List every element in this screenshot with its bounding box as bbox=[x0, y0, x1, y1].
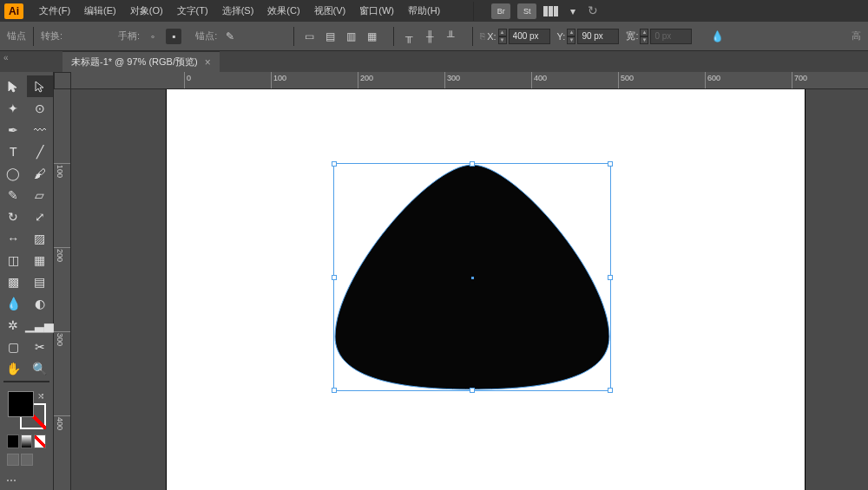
paintbrush-tool[interactable]: 🖌 bbox=[27, 162, 54, 184]
w-spinner[interactable]: ▲▼ bbox=[640, 29, 648, 44]
menu-edit[interactable]: 编辑(E) bbox=[77, 4, 123, 17]
swap-fill-stroke-icon[interactable]: ⤭ bbox=[37, 391, 44, 401]
handle-label: 手柄: bbox=[118, 29, 140, 42]
document-tab[interactable]: 未标题-1* @ 97% (RGB/预览) × bbox=[62, 51, 220, 72]
sync-icon[interactable] bbox=[588, 3, 605, 20]
selection-tool[interactable] bbox=[0, 75, 27, 97]
menu-effect[interactable]: 效果(C) bbox=[260, 4, 306, 17]
screen-mode-full[interactable] bbox=[21, 454, 33, 466]
connect-anchor-icon[interactable] bbox=[243, 29, 259, 44]
bridge-icon[interactable]: Br bbox=[491, 3, 510, 19]
handle-show-icon[interactable]: ◦ bbox=[145, 29, 161, 44]
shape-builder-tool[interactable]: ◫ bbox=[0, 249, 27, 271]
align-top-icon[interactable]: ╥ bbox=[401, 29, 417, 44]
symbol-sprayer-tool[interactable]: ✲ bbox=[0, 314, 26, 336]
column-graph-tool[interactable]: ▁▃▅ bbox=[26, 314, 53, 336]
zoom-tool[interactable]: 🔍 bbox=[27, 357, 54, 379]
gradient-tool[interactable]: ▤ bbox=[27, 271, 54, 292]
type-tool[interactable]: T bbox=[0, 140, 27, 162]
remove-anchor-icon[interactable]: ✎ bbox=[222, 29, 238, 44]
ruler-tick-label: 500 bbox=[621, 74, 634, 82]
panel-collapse-icon[interactable]: « bbox=[3, 53, 9, 62]
menu-file[interactable]: 文件(F) bbox=[32, 4, 77, 17]
align-bottom-icon[interactable]: ╨ bbox=[443, 29, 458, 44]
scale-tool[interactable]: ⤢ bbox=[27, 206, 54, 227]
align-left-icon[interactable]: ▤ bbox=[322, 29, 338, 44]
menu-select[interactable]: 选择(S) bbox=[215, 4, 261, 17]
color-mode-gradient[interactable] bbox=[21, 434, 33, 448]
ruler-horizontal[interactable]: 0100200300400500600700800900 bbox=[71, 72, 868, 89]
screen-mode-normal[interactable] bbox=[7, 454, 19, 466]
mesh-tool[interactable]: ▩ bbox=[0, 271, 27, 292]
selection-bounding-box[interactable] bbox=[333, 163, 611, 391]
convert-smooth-icon[interactable] bbox=[89, 29, 104, 44]
canvas-area[interactable] bbox=[71, 89, 868, 490]
x-input[interactable] bbox=[509, 29, 550, 44]
handle-hide-icon[interactable]: ▪ bbox=[166, 29, 181, 44]
width-tool[interactable]: ↔ bbox=[0, 227, 27, 249]
resize-handle-tr[interactable] bbox=[608, 161, 613, 167]
fill-swatch[interactable] bbox=[8, 391, 34, 417]
blend-tool[interactable]: ◐ bbox=[27, 292, 54, 314]
perspective-tool[interactable]: ▦ bbox=[27, 249, 54, 271]
workspace-dropdown-icon[interactable]: ▾ bbox=[565, 3, 581, 19]
document-title: 未标题-1* @ 97% (RGB/预览) bbox=[71, 56, 198, 69]
ruler-tick-label: 0 bbox=[187, 74, 191, 82]
menu-object[interactable]: 对象(O) bbox=[123, 4, 170, 17]
menu-view[interactable]: 视图(V) bbox=[307, 4, 353, 17]
edit-toolbar-icon[interactable]: ⋯ bbox=[3, 473, 19, 488]
align-middle-icon[interactable]: ╫ bbox=[422, 29, 437, 44]
link-xy-icon[interactable]: ⎘ bbox=[480, 31, 485, 41]
menubar: Ai 文件(F) 编辑(E) 对象(O) 文字(T) 选择(S) 效果(C) 视… bbox=[0, 0, 868, 22]
menu-help[interactable]: 帮助(H) bbox=[401, 4, 447, 17]
resize-handle-bm[interactable] bbox=[470, 388, 475, 393]
resize-handle-mr[interactable] bbox=[608, 275, 613, 280]
color-mode-none[interactable] bbox=[34, 434, 46, 448]
resize-handle-tm[interactable] bbox=[470, 161, 475, 167]
stock-icon[interactable]: St bbox=[517, 3, 536, 19]
artboard-tool[interactable]: ▢ bbox=[0, 336, 27, 357]
line-tool[interactable]: ╱ bbox=[27, 140, 54, 162]
divider bbox=[472, 27, 473, 46]
menu-window[interactable]: 窗口(W) bbox=[352, 4, 401, 17]
rotate-tool[interactable]: ↻ bbox=[0, 206, 27, 227]
curvature-tool[interactable]: 〰 bbox=[27, 119, 54, 140]
ruler-vertical[interactable]: 0100200300400500 bbox=[54, 89, 71, 490]
resize-handle-tl[interactable] bbox=[332, 161, 337, 167]
resize-handle-bl[interactable] bbox=[332, 388, 337, 393]
arrange-documents-icon[interactable] bbox=[543, 6, 558, 16]
pencil-tool[interactable]: ✎ bbox=[0, 184, 27, 206]
free-transform-tool[interactable]: ▨ bbox=[27, 227, 54, 249]
magic-wand-tool[interactable]: ✦ bbox=[0, 97, 27, 119]
close-tab-icon[interactable]: × bbox=[205, 56, 211, 69]
ruler-tick-label: 200 bbox=[360, 74, 373, 82]
app-logo: Ai bbox=[4, 3, 23, 19]
eyedropper-tool[interactable]: 💧 bbox=[0, 292, 27, 314]
fill-stroke-control[interactable]: ⤭ bbox=[8, 391, 46, 429]
x-spinner[interactable]: ▲▼ bbox=[498, 29, 507, 44]
isolate-icon[interactable]: ▭ bbox=[301, 29, 317, 44]
resize-handle-br[interactable] bbox=[608, 388, 613, 393]
convert-corner-icon[interactable] bbox=[68, 29, 83, 44]
menu-type[interactable]: 文字(T) bbox=[170, 4, 215, 17]
eyedrop-fill-icon[interactable]: 💧 bbox=[709, 29, 725, 44]
y-input[interactable] bbox=[577, 29, 619, 44]
ruler-tick-label: 100 bbox=[56, 165, 64, 178]
ellipse-tool[interactable]: ◯ bbox=[0, 162, 27, 184]
y-spinner[interactable]: ▲▼ bbox=[567, 29, 575, 44]
slice-tool[interactable]: ✂ bbox=[27, 336, 54, 357]
height-label: 高 bbox=[852, 29, 861, 42]
color-mode-solid[interactable] bbox=[7, 434, 19, 448]
lasso-tool[interactable]: ⊙ bbox=[27, 97, 54, 119]
w-input[interactable] bbox=[650, 29, 692, 44]
cut-anchor-icon[interactable] bbox=[264, 29, 279, 44]
resize-handle-ml[interactable] bbox=[332, 275, 337, 280]
direct-selection-tool[interactable] bbox=[27, 75, 54, 97]
eraser-tool[interactable]: ▱ bbox=[27, 184, 54, 206]
align-right-icon[interactable]: ▦ bbox=[364, 29, 379, 44]
hand-tool[interactable]: ✋ bbox=[0, 357, 27, 379]
ruler-origin[interactable] bbox=[54, 72, 71, 89]
pen-tool[interactable]: ✒ bbox=[0, 119, 27, 140]
ruler-tick-label: 700 bbox=[794, 74, 807, 82]
align-center-icon[interactable]: ▥ bbox=[343, 29, 358, 44]
